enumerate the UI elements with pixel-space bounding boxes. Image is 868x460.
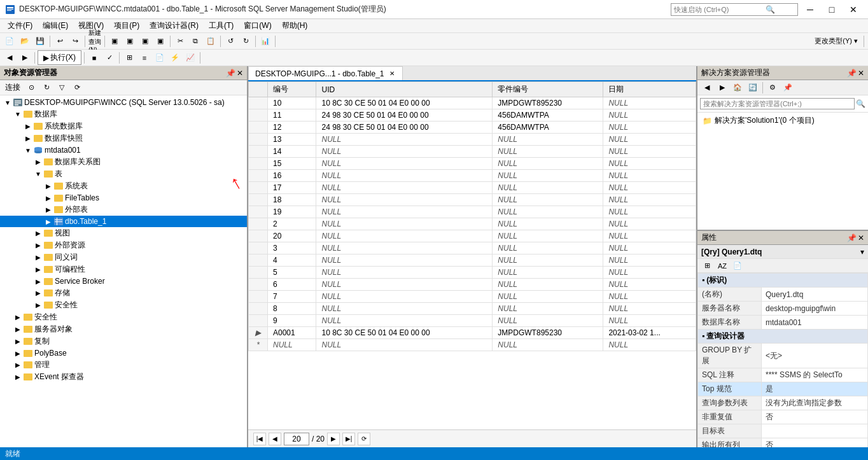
expand-srvobj[interactable]: ▶ — [13, 324, 23, 335]
tree-node-replication[interactable]: ▶ 复制 — [0, 335, 247, 347]
toolbar-file-results[interactable]: 📄 — [153, 51, 167, 65]
tree-node-prog[interactable]: ▶ 可编程性 — [0, 263, 247, 275]
table-row[interactable]: *NULLNULLNULLNULL — [249, 339, 696, 351]
tree-node-dbsnap[interactable]: ▶ 数据库快照 — [0, 132, 247, 144]
tab-table1[interactable]: DESKTOP-MGUIPG...1 - dbo.Table_1 ✕ — [248, 66, 403, 80]
tree-node-svcbroker[interactable]: ▶ Service Broker — [0, 275, 247, 287]
menu-tools[interactable]: 工具(T) — [204, 19, 239, 32]
tree-node-systables[interactable]: ▶ 系统表 — [0, 180, 247, 192]
tree-node-srvobj[interactable]: ▶ 服务器对象 — [0, 323, 247, 335]
expand-storage[interactable]: ▶ — [33, 288, 43, 298]
toolbar-copy[interactable]: ⧉ — [188, 34, 202, 48]
expand-extres[interactable]: ▶ — [33, 240, 43, 251]
tab-close-icon[interactable]: ✕ — [388, 69, 396, 78]
menu-query-designer[interactable]: 查询设计器(R) — [144, 19, 204, 32]
toolbar-btn-e[interactable]: ↺ — [223, 34, 237, 48]
table-row[interactable]: 9NULLNULLNULL — [249, 315, 696, 327]
expand-identity-icon[interactable]: ▪ — [702, 275, 704, 284]
col-date[interactable]: 日期 — [603, 82, 696, 97]
tree-node-sysdb[interactable]: ▶ 系统数据库 — [0, 120, 247, 132]
expand-polybase[interactable]: ▶ — [13, 348, 23, 358]
table-row[interactable]: 19NULLNULLNULL — [249, 206, 696, 218]
toolbar-change-type[interactable]: 更改类型(Y) ▾ — [811, 34, 861, 48]
menu-project[interactable]: 项目(P) — [109, 19, 144, 32]
props-pages-icon[interactable]: 📄 — [731, 259, 745, 273]
toolbar-btn-d[interactable]: ▣ — [153, 34, 167, 48]
toolbar-report[interactable]: 📊 — [258, 34, 272, 48]
col-num[interactable]: 编号 — [268, 82, 316, 97]
close-button[interactable]: ✕ — [844, 3, 863, 16]
props-dropdown-icon[interactable]: ▾ — [860, 247, 864, 256]
table-row[interactable]: 18NULLNULLNULL — [249, 194, 696, 206]
table-row[interactable]: 1010 8C 30 CE 50 01 04 E0 00 00JMPDGWT89… — [249, 97, 696, 109]
toolbar-paste[interactable]: 📋 — [204, 34, 218, 48]
expand-mgmt[interactable]: ▶ — [13, 360, 23, 370]
table-row[interactable]: 4NULLNULLNULL — [249, 254, 696, 267]
toolbar-text-results[interactable]: ≡ — [137, 51, 151, 65]
props-categorized-icon[interactable]: ⊞ — [700, 259, 714, 273]
toolbar-btn-b[interactable]: ▣ — [123, 34, 137, 48]
minimize-button[interactable]: ─ — [801, 3, 820, 16]
toolbar-new[interactable]: 📄 — [3, 34, 17, 48]
toolbar-open[interactable]: 📂 — [18, 34, 32, 48]
props-alphabetical-icon[interactable]: AZ — [715, 259, 729, 273]
quick-launch-input[interactable] — [674, 6, 763, 13]
menu-file[interactable]: 文件(F) — [3, 19, 38, 32]
table-row[interactable]: 6NULLNULLNULL — [249, 279, 696, 291]
toolbar-btn-f[interactable]: ↻ — [239, 34, 253, 48]
expand-security1[interactable]: ▶ — [13, 312, 23, 323]
table-row[interactable]: 7NULLNULLNULL — [249, 291, 696, 303]
table-row[interactable]: 2NULLNULLNULL — [249, 218, 696, 230]
menu-edit[interactable]: 编辑(E) — [38, 19, 73, 32]
page-current-input[interactable] — [284, 433, 309, 445]
menu-window[interactable]: 窗口(W) — [239, 19, 276, 32]
tree-node-synonyms[interactable]: ▶ 同义词 — [0, 251, 247, 263]
expand-dbdiag[interactable]: ▶ — [33, 157, 43, 167]
toolbar-fwd[interactable]: ▶ — [18, 51, 32, 65]
expand-mtdata001[interactable]: ▼ — [23, 145, 33, 155]
toolbar-client-stats[interactable]: 📈 — [183, 51, 197, 65]
sol-refresh-icon[interactable]: 🔄 — [746, 81, 760, 95]
sol-fwd-icon[interactable]: ▶ — [715, 81, 729, 95]
expand-systables[interactable]: ▶ — [43, 181, 53, 192]
expand-sysdb[interactable]: ▶ — [23, 122, 33, 132]
tree-node-polybase[interactable]: ▶ PolyBase — [0, 347, 247, 359]
disconnect-icon[interactable]: ⊙ — [24, 81, 38, 95]
page-first-button[interactable]: |◀ — [253, 433, 266, 445]
connect-button[interactable]: 连接 — [3, 82, 23, 93]
tree-node-xevent[interactable]: ▶ XEvent 探查器 — [0, 371, 247, 383]
toolbar-save[interactable]: 💾 — [33, 34, 47, 48]
toolbar-cut[interactable]: ✂ — [173, 34, 187, 48]
tree-node-exttables[interactable]: ▶ 外部表 — [0, 204, 247, 216]
toolbar-new-query[interactable]: 新建查询(N) — [88, 34, 102, 48]
page-prev-button[interactable]: ◀ — [269, 433, 281, 445]
tree-node-db[interactable]: ▼ 数据库 — [0, 108, 247, 120]
toolbar-undo[interactable]: ↩ — [53, 34, 67, 48]
expand-xevent[interactable]: ▶ — [13, 372, 23, 382]
expand-dboTable1[interactable]: ▶ — [43, 216, 53, 227]
tree-node-filetables[interactable]: ▶ FileTables — [0, 192, 247, 204]
expand-security3[interactable]: ▶ — [33, 300, 43, 310]
refresh2-icon[interactable]: ⟳ — [70, 81, 84, 95]
sol-back-icon[interactable]: ◀ — [700, 81, 714, 95]
table-row[interactable]: 3NULLNULLNULL — [249, 242, 696, 254]
expand-tables[interactable]: ▼ — [33, 169, 43, 179]
page-last-button[interactable]: ▶| — [342, 433, 355, 445]
toolbar-grid-results[interactable]: ⊞ — [122, 51, 136, 65]
col-uid[interactable]: UID — [316, 82, 493, 97]
quick-launch[interactable]: 🔍 — [671, 3, 798, 16]
close2-icon[interactable]: ✕ — [858, 69, 864, 78]
tree-node-mtdata001[interactable]: ▼ mtdata001 — [0, 144, 247, 156]
toolbar-btn-a[interactable]: ▣ — [108, 34, 122, 48]
table-row[interactable]: 15NULLNULLNULL — [249, 158, 696, 170]
close4-icon[interactable]: ✕ — [858, 233, 864, 242]
table-row[interactable]: 8NULLNULLNULL — [249, 303, 696, 315]
panel-close-icon[interactable]: ✕ — [237, 69, 243, 78]
expand-prog[interactable]: ▶ — [33, 265, 43, 275]
refresh-icon[interactable]: ↻ — [39, 81, 53, 95]
table-row[interactable]: 5NULLNULLNULL — [249, 267, 696, 279]
tree-node-storage[interactable]: ▶ 存储 — [0, 287, 247, 299]
expand-replication[interactable]: ▶ — [13, 337, 23, 347]
table-row[interactable]: 16NULLNULLNULL — [249, 170, 696, 182]
page-refresh-button[interactable]: ⟳ — [358, 433, 370, 445]
